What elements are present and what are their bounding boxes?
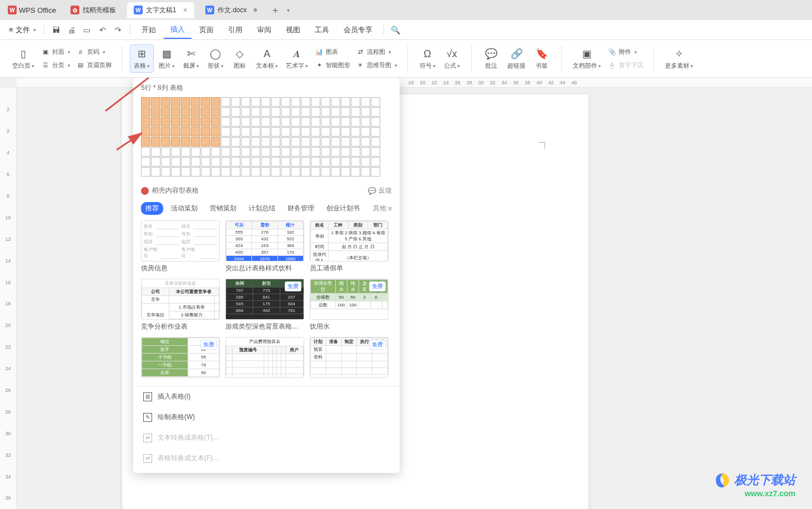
screenshot-button[interactable]: ✄截屏▾: [179, 45, 203, 72]
insert-table-menu-item[interactable]: ⊞插入表格(I): [133, 386, 400, 407]
free-badge: 免费: [369, 281, 386, 291]
template-card[interactable]: 可乐雪碧橙汁5552781823034325224241633644203571…: [225, 220, 304, 273]
table-button[interactable]: ⊞表格▾: [130, 44, 154, 73]
template-card[interactable]: 免费 饮用水类型桶水纯水盒装饮料X合格数505026总数100100 饮用水: [310, 279, 389, 331]
page-number-button[interactable]: #页码▾: [74, 46, 114, 58]
save-button[interactable]: 🖬: [49, 23, 63, 37]
text-to-table-menu-item: ⇄文本转换成表格(T)...: [133, 427, 400, 448]
popup-footer: ⊞插入表格(I) ✎绘制表格(W) ⇄文本转换成表格(T)... ⇄表格转换成文…: [133, 386, 400, 468]
cover-button[interactable]: ▣封面▾: [39, 46, 73, 58]
convert-icon: ⇄: [143, 454, 152, 463]
template-thumbnail: 可乐雪碧橙汁5552781823034325224241633644203571…: [225, 220, 304, 261]
bookmark-button[interactable]: 🔖书签: [530, 45, 553, 72]
equation-button[interactable]: √x公式▾: [440, 45, 463, 72]
word-doc-icon: W: [134, 6, 143, 14]
pencil-icon: ✎: [143, 413, 152, 422]
page-break-button[interactable]: ☰分页▾: [39, 59, 73, 72]
docparts-icon: ▣: [581, 47, 594, 61]
close-icon[interactable]: ×: [183, 6, 188, 14]
template-card[interactable]: 免费 休闲射击797775289841237545175604884442781…: [225, 279, 304, 331]
hamburger-icon: ≡: [388, 205, 392, 213]
blank-page-icon: ▯: [17, 47, 30, 61]
menu-view[interactable]: 视图: [279, 22, 307, 38]
chevron-down-icon: ▾: [33, 27, 36, 33]
template-thumbnail: 免费 螺丝42扳手22十字鈯55一字鈯78头套90: [141, 337, 220, 378]
wordart-button[interactable]: 𝑨艺术字▾: [283, 45, 311, 72]
tab-docer[interactable]: ✿ 找稻壳模板: [64, 2, 123, 18]
vertical-ruler[interactable]: 224681012141618202224262830323436: [0, 88, 17, 509]
table-dropdown-popup: 5行 * 8列 表格 稻壳内容型表格 💬 反馈 推荐 活动策划 营销策划 计划总…: [133, 78, 400, 473]
menu-tools[interactable]: 工具: [308, 22, 336, 38]
break-icon: ☰: [41, 61, 50, 70]
category-tab-recommended[interactable]: 推荐: [141, 202, 163, 215]
menu-insert[interactable]: 插入: [164, 21, 191, 39]
symbol-button[interactable]: Ω符号▾: [416, 45, 439, 72]
icons-button[interactable]: ◇图标: [228, 45, 251, 72]
table-icon: ⊞: [143, 392, 152, 401]
header-footer-button[interactable]: ▤页眉页脚: [74, 59, 114, 72]
smart-art-button[interactable]: ✦智能图形: [312, 59, 352, 72]
word-doc-icon: W: [205, 6, 214, 14]
menu-reference[interactable]: 引用: [221, 22, 249, 38]
file-menu-button[interactable]: ≡ 文件 ▾: [6, 23, 39, 37]
textbox-icon: A: [260, 47, 274, 61]
flowchart-icon: ⇄: [356, 48, 365, 57]
draw-table-menu-item[interactable]: ✎绘制表格(W): [133, 407, 400, 427]
print-button[interactable]: 🖨: [64, 23, 79, 37]
template-card[interactable]: 免费 螺丝42扳手22十字鈯55一字鈯78头套90: [141, 337, 220, 380]
category-tab[interactable]: 财务管理: [283, 202, 319, 215]
app-name: WPS Office: [19, 6, 56, 14]
menu-home[interactable]: 开始: [135, 22, 163, 38]
comment-icon: 💬: [485, 47, 498, 61]
tab-document-1[interactable]: W 文字文稿1 ×: [127, 2, 194, 18]
tab-overflow-caret-icon[interactable]: ▾: [287, 7, 290, 13]
template-card[interactable]: 姓名工种类别部门事由1.事假 2.病假 3.婚假 4.丧假 5.产假 6.其他时…: [310, 220, 389, 273]
template-grid: 姓名姓名 性别性别 电话电话 客户地址客户地址 供房信息 可乐雪碧橙汁55527…: [133, 218, 400, 382]
redo-button[interactable]: ↷: [111, 23, 125, 37]
feedback-button[interactable]: 💬 反馈: [368, 186, 392, 195]
shapes-icon: ◯: [209, 47, 222, 61]
mindmap-button[interactable]: ☀思维导图▾: [354, 59, 400, 72]
convert-icon: ⇄: [143, 434, 152, 442]
wordart-icon: 𝑨: [290, 47, 304, 61]
unsaved-dot-icon: [254, 8, 257, 12]
picture-button[interactable]: ▩图片▾: [155, 45, 178, 72]
new-tab-button[interactable]: ＋: [268, 3, 283, 17]
dropcap-button[interactable]: A̲首字下沉: [606, 59, 645, 72]
chart-button[interactable]: 📊图表: [312, 46, 352, 58]
template-category-tabs: 推荐 活动策划 营销策划 计划总结 财务管理 创业计划书 其他 ≡: [133, 199, 400, 218]
doc-parts-button[interactable]: ▣文档部件▾: [569, 45, 604, 72]
category-more-button[interactable]: 其他 ≡: [373, 204, 392, 213]
undo-button[interactable]: ↶: [95, 23, 110, 37]
more-assets-button[interactable]: ✧更多素材▾: [662, 45, 697, 72]
cover-icon: ▣: [41, 48, 50, 57]
template-thumbnail: 免费 计划准备制定执行汇总 预算 资料: [310, 337, 389, 378]
textbox-button[interactable]: A文本框▾: [253, 45, 281, 72]
template-card[interactable]: 产品费用预算表 预算编号用户: [225, 337, 304, 380]
category-tab[interactable]: 计划总结: [244, 202, 280, 215]
flowchart-button[interactable]: ⇄流程图▾: [354, 46, 400, 58]
tab-document-2[interactable]: W 作文.docx: [199, 2, 264, 18]
ribbon-insert: ▯空白页▾ ▣封面▾ ☰分页▾ #页码▾ ▤页眉页脚 ⊞表格▾ ▩图片▾ ✄截屏…: [0, 40, 812, 78]
category-tab[interactable]: 活动策划: [167, 202, 202, 215]
template-card[interactable]: 免费 计划准备制定执行汇总 预算 资料: [310, 337, 389, 380]
print-preview-button[interactable]: ▭: [80, 23, 94, 37]
header-footer-icon: ▤: [76, 61, 85, 70]
hamburger-icon: ≡: [9, 26, 13, 34]
category-tab[interactable]: 营销策划: [205, 202, 241, 215]
hyperlink-button[interactable]: 🔗超链接: [504, 45, 529, 72]
free-badge: 免费: [200, 340, 217, 350]
template-card[interactable]: 竞争分析作业表 公司本公司重要竞争者竞争竞争项目1.市场占有率2.销售能力3.销…: [141, 279, 220, 331]
menu-review[interactable]: 审阅: [250, 22, 278, 38]
menu-page[interactable]: 页面: [193, 22, 220, 38]
template-card[interactable]: 姓名姓名 性别性别 电话电话 客户地址客户地址 供房信息: [141, 220, 220, 273]
category-tab[interactable]: 创业计划书: [322, 202, 364, 215]
shapes-button[interactable]: ◯形状▾: [204, 45, 227, 72]
attachment-button[interactable]: 📎附件▾: [606, 46, 645, 58]
search-button[interactable]: 🔍: [389, 23, 403, 37]
table-size-grid-picker[interactable]: [133, 95, 400, 183]
menu-member[interactable]: 会员专享: [337, 22, 379, 38]
comment-button[interactable]: 💬批注: [480, 45, 503, 72]
screenshot-icon: ✄: [184, 47, 198, 61]
blank-page-button[interactable]: ▯空白页▾: [9, 45, 38, 72]
